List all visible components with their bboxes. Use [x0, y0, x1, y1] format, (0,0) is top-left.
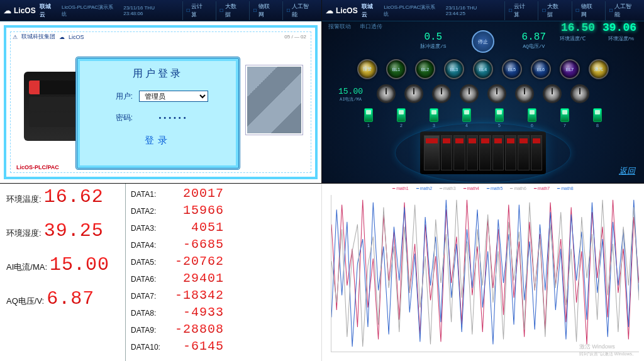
aq-value: 6.87: [522, 31, 546, 43]
brand-logo: ☁ LicOS 联城云: [326, 3, 377, 19]
data-value: 4051: [167, 220, 224, 235]
cloud-icon: ☁: [326, 6, 333, 15]
rack-module-8: [531, 135, 542, 170]
data-row: DATA8:-4933: [131, 305, 224, 322]
login-dialog: 用户登录 用户: 管理员 密码: 登录: [75, 57, 240, 170]
nav-bigdata[interactable]: 大数据: [538, 1, 567, 20]
browser-background: ⚠ 联城科技集团 ☁ LicOS 05 / — 02 http://licos.…: [0, 21, 321, 183]
dial-5[interactable]: [515, 84, 534, 103]
nav-bigdata[interactable]: 大数据: [216, 1, 245, 20]
switch-1[interactable]: 2: [397, 108, 406, 128]
nav-ai[interactable]: 人工智能: [605, 1, 640, 20]
dial-1[interactable]: [404, 84, 423, 103]
brand-text: LicOS: [336, 6, 358, 15]
data-value: 29401: [167, 271, 224, 286]
switch-2[interactable]: 3: [430, 108, 438, 128]
gauge-label: AI电流/MA:: [6, 262, 47, 273]
rack-module-4: [479, 135, 491, 170]
switch-6[interactable]: 7: [560, 108, 569, 128]
gauge-value: 39.25: [44, 220, 104, 242]
dashboard-panel: ☁ LicOS 联城云 LicOS-PLC/PAC演示系统 23/11/16 T…: [322, 0, 644, 184]
switch-3[interactable]: 4: [462, 108, 471, 128]
switch-7[interactable]: 8: [593, 108, 602, 128]
switch-5[interactable]: 6: [528, 108, 536, 128]
product-name: LicOS-PLC/PAC演示系统: [384, 4, 440, 18]
legend-item: math1: [392, 186, 408, 191]
pulse-value: 0.5: [420, 31, 447, 43]
paginator: 05 / — 02: [284, 34, 306, 40]
lamp-2[interactable]: BL2: [415, 59, 435, 79]
nav-ai[interactable]: 人工智能: [282, 1, 318, 20]
legend-item: math4: [464, 186, 479, 191]
dial-6[interactable]: [543, 84, 562, 103]
data-label: DATA1:: [131, 190, 167, 199]
lamp-3[interactable]: BL3: [444, 59, 464, 79]
rack-module-2: [453, 135, 465, 170]
lamp-6[interactable]: BL6: [531, 59, 551, 79]
data-row: DATA7:-18342: [131, 288, 224, 305]
lamp-8[interactable]: 激光: [589, 59, 609, 79]
lamp-4[interactable]: BL4: [473, 59, 493, 79]
data-value: -20762: [167, 254, 224, 269]
data-value: -18342: [167, 288, 224, 303]
legend-item: math5: [487, 186, 502, 191]
data-row: DATA10:-6145: [131, 339, 224, 356]
user-select[interactable]: 管理员: [139, 91, 208, 102]
data-column: DATA1:20017DATA2:15966DATA3:4051DATA4:-6…: [126, 184, 226, 361]
gauge-row: AQ电压/V:6.87: [6, 288, 121, 309]
brand-text: LicOS: [14, 6, 36, 15]
password-input[interactable]: [139, 112, 208, 123]
gauge-row: AI电流/MA:15.00: [6, 254, 121, 275]
chart-panel: math1math2math3math4math5math6math7math8…: [322, 184, 644, 361]
dial-3[interactable]: [460, 84, 479, 103]
rack-module-5: [492, 135, 504, 170]
nav-cloud[interactable]: 云计算: [182, 1, 212, 20]
nav-cloud[interactable]: 云计算: [504, 1, 534, 20]
data-row: DATA4:-6685: [131, 237, 224, 254]
login-button[interactable]: 登录: [145, 135, 171, 147]
data-value: -28808: [167, 322, 224, 336]
rack-module-0: [424, 135, 440, 170]
building-image: [246, 65, 303, 135]
dial-7[interactable]: [570, 84, 589, 103]
brand-logo: ☁ LicOS 联城云: [4, 3, 55, 19]
lamp-7[interactable]: BL7: [560, 59, 580, 79]
chart-svg: [331, 195, 639, 352]
dashboard-tabs: 报警联动 串口透传: [328, 23, 382, 31]
data-label: DATA3:: [131, 224, 167, 233]
stop-button[interactable]: 停止: [472, 30, 494, 53]
lamp-row: 报警BL1BL2BL3BL4BL5BL6BL7激光: [322, 59, 644, 79]
topbar-left: ☁ LicOS 联城云 LicOS-PLC/PAC演示系统 23/11/16 T…: [0, 0, 321, 21]
tab-serial[interactable]: 串口透传: [360, 23, 382, 31]
windows-watermark: 激活 Windows 转到"设置"以激活 Windows。: [579, 343, 636, 357]
tab-alarm[interactable]: 报警联动: [328, 23, 351, 31]
data-label: DATA7:: [131, 292, 167, 301]
warning-icon: ⚠: [13, 34, 18, 40]
lamp-0[interactable]: 报警: [357, 59, 377, 79]
chart-legend: math1math2math3math4math5math6math7math8: [322, 186, 644, 191]
dial-4[interactable]: [487, 84, 506, 103]
switch-4[interactable]: 5: [495, 108, 504, 128]
back-link[interactable]: 返回: [619, 165, 635, 177]
data-value: 15966: [167, 203, 224, 218]
pulse-label: 脉冲速度/S: [420, 43, 447, 50]
dial-row: [322, 84, 644, 103]
aq-label: AQ电压/V: [522, 43, 546, 50]
cloud-icon: ☁: [4, 6, 11, 15]
legend-item: math8: [557, 186, 573, 191]
brand-suffix: 联城云: [40, 3, 55, 19]
page-brand-right: LicOS: [69, 34, 84, 40]
product-name: LicOS-PLC/PAC演示系统: [62, 4, 117, 18]
dial-2[interactable]: [432, 84, 451, 103]
data-value: -6685: [167, 237, 224, 252]
lamp-1[interactable]: BL1: [386, 59, 406, 79]
data-label: DATA9:: [131, 326, 167, 335]
gauge-label: 环境温度:: [6, 194, 42, 205]
lamp-5[interactable]: BL5: [502, 59, 522, 79]
data-row: DATA9:-28808: [131, 322, 224, 339]
legend-item: math7: [534, 186, 550, 191]
dial-0[interactable]: [377, 84, 396, 103]
switch-0[interactable]: 1: [364, 108, 373, 128]
nav-iot[interactable]: 物联网: [572, 1, 601, 20]
nav-iot[interactable]: 物联网: [249, 1, 279, 20]
